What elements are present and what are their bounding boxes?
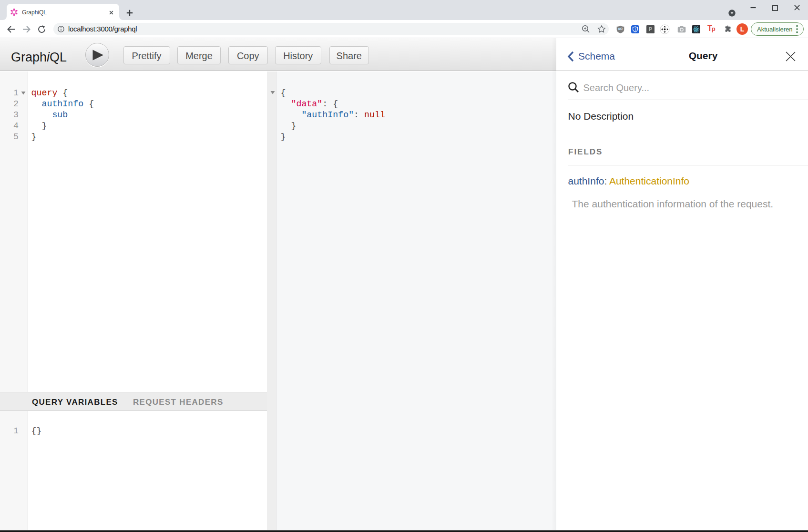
svg-text:uO: uO	[618, 27, 623, 31]
svg-text:P: P	[649, 26, 652, 32]
